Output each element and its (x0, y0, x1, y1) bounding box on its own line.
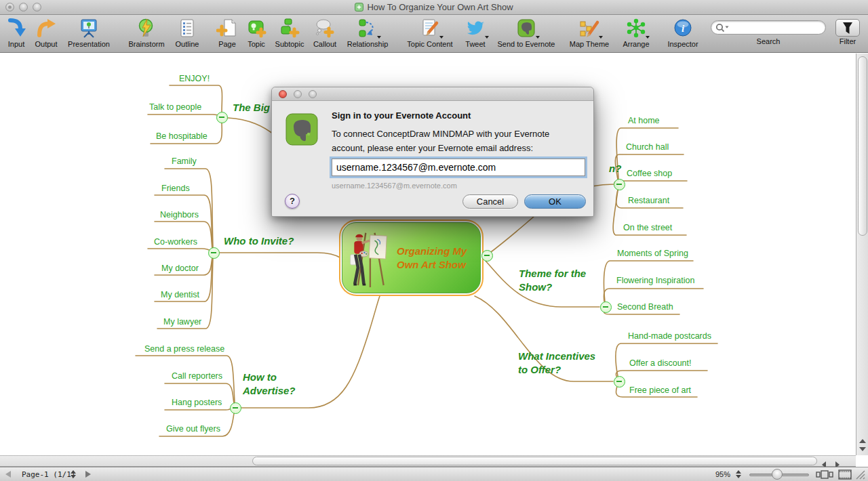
vertical-scrollbar[interactable] (856, 54, 868, 455)
topic-who-to-invite[interactable]: Who to Invite? (224, 234, 294, 248)
collapse-button[interactable] (614, 376, 625, 388)
toolbar-label: Subtopic (271, 40, 309, 48)
subtopic-label[interactable]: Moments of Spring (617, 249, 688, 258)
presentation-icon (78, 18, 100, 39)
subtopic-label[interactable]: Call reporters (172, 371, 222, 381)
map-theme-icon (578, 18, 600, 39)
scroll-up-arrow-icon[interactable] (859, 439, 866, 443)
collapse-button[interactable] (216, 112, 228, 123)
subtopic-label[interactable]: On the street (623, 223, 672, 232)
toolbar-send-to-evernote[interactable]: Send to Evernote (493, 18, 559, 51)
status-bar: Page-1 (1/1) 95% (0, 467, 868, 481)
search-input[interactable] (711, 20, 826, 35)
filmstrip-view-icon[interactable] (838, 469, 852, 480)
toolbar-page[interactable]: Page (212, 18, 242, 51)
dialog-body-line2: account, please enter your Evernote emai… (332, 141, 549, 155)
cancel-button[interactable]: Cancel (462, 194, 518, 209)
scroll-down-arrow-icon[interactable] (859, 447, 866, 451)
toolbar-output[interactable]: Output (31, 18, 61, 51)
previous-page-button[interactable] (5, 471, 11, 478)
subtopic-label[interactable]: Family (172, 156, 197, 166)
subtopic-label[interactable]: Second Breath (617, 302, 673, 312)
subtopic-label[interactable]: Friends (161, 184, 190, 193)
horizontal-scrollbar-thumb[interactable] (252, 457, 817, 465)
subtopic-label[interactable]: Coffee shop (627, 169, 672, 178)
email-input[interactable] (332, 159, 585, 176)
horizontal-scrollbar[interactable] (0, 455, 856, 467)
resize-grip[interactable] (854, 469, 865, 480)
subtopic-label[interactable]: Neighbors (160, 210, 199, 219)
topic-line2: to Offer? (518, 363, 595, 377)
vertical-scrollbar-thumb[interactable] (858, 56, 867, 236)
subtopic-label[interactable]: Offer a discount! (629, 358, 692, 368)
toolbar-input[interactable]: Input (1, 18, 31, 51)
toolbar-tweet[interactable]: Tweet (460, 18, 491, 51)
subtopic-label[interactable]: ENJOY! (179, 74, 210, 83)
subtopic-label[interactable]: Talk to people (149, 102, 201, 112)
subtopic-label[interactable]: Be hospitable (156, 131, 208, 141)
collapse-button[interactable] (600, 301, 612, 313)
toolbar-map-theme[interactable]: Map Theme (568, 18, 610, 51)
toolbar-arrange[interactable]: Arrange (617, 18, 655, 51)
subtopic-label[interactable]: Co-workers (154, 237, 197, 247)
central-topic[interactable]: Organizing My Own Art Show (339, 219, 484, 296)
page-icon (216, 18, 238, 39)
window-title: How To Organize Your Own Art Show (0, 2, 868, 12)
dialog-close-button[interactable] (279, 90, 287, 98)
filter-label: Filter (831, 37, 864, 45)
collapse-button[interactable] (208, 247, 220, 259)
help-button[interactable]: ? (285, 194, 300, 209)
subtopic-label[interactable]: My doctor (161, 264, 199, 273)
topic-what-incentives[interactable]: What Incentivesto Offer? (518, 350, 595, 377)
collapse-button[interactable] (481, 250, 493, 262)
toolbar-presentation[interactable]: Presentation (61, 18, 117, 51)
toolbar-topic-content[interactable]: Topic Content (403, 18, 457, 51)
collapse-button[interactable] (614, 179, 625, 190)
subtopic-label[interactable]: Hand-made postcards (628, 331, 711, 341)
zoom-stepper[interactable] (736, 470, 741, 478)
toolbar-brainstorm[interactable]: Brainstorm (122, 18, 171, 51)
topic-location-partial[interactable]: n? (609, 162, 621, 175)
dialog-title: Sign in to your Evernote Account (332, 110, 471, 121)
collapse-button[interactable] (230, 402, 241, 414)
next-page-button[interactable] (85, 471, 91, 478)
subtopic-label[interactable]: Give out flyers (166, 424, 220, 434)
subtopic-label[interactable]: At home (628, 116, 660, 125)
toolbar-relationship[interactable]: Relationship (342, 18, 393, 51)
output-icon (35, 18, 57, 39)
filter-button[interactable] (835, 19, 860, 37)
subtopic-label[interactable]: My dentist (161, 290, 199, 299)
toolbar-inspector[interactable]: i Inspector (663, 18, 703, 51)
subtopic-label[interactable]: Free piece of art (629, 385, 691, 395)
toolbar-topic[interactable]: Topic (242, 18, 271, 51)
toolbar-label: Output (31, 40, 61, 48)
dialog-zoom-button (309, 90, 317, 98)
main-toolbar: Input Output Presentation Brainstorm Out… (0, 15, 868, 53)
topic-theme-for-show[interactable]: Theme for theShow? (519, 267, 586, 294)
subtopic-label[interactable]: Church hall (626, 142, 669, 152)
zoom-level: 95% (715, 470, 730, 478)
toolbar-label: Callout (310, 40, 340, 48)
topic-line1: Theme for the (519, 267, 586, 280)
brainstorm-icon (136, 18, 157, 39)
ok-button[interactable]: OK (524, 194, 586, 209)
toolbar-outline[interactable]: Outline (171, 18, 203, 51)
topic-how-to-advertise[interactable]: How toAdvertise? (243, 371, 296, 398)
page-spread-view-icon[interactable] (816, 469, 833, 480)
topic-the-big[interactable]: The Big (233, 101, 270, 114)
toolbar-callout[interactable]: Callout (310, 18, 340, 51)
subtopic-label[interactable]: Flowering Inspiration (616, 276, 694, 285)
app-window: How To Organize Your Own Art Show Input … (0, 0, 868, 481)
subtopic-label[interactable]: Send a press release (144, 344, 224, 354)
subtopic-label[interactable]: Hang posters (172, 398, 222, 407)
page-stepper[interactable] (71, 470, 76, 478)
search-icon (715, 22, 730, 33)
zoom-slider-thumb[interactable] (772, 469, 783, 480)
toolbar-subtopic[interactable]: Subtopic (271, 18, 309, 51)
toolbar-label: Page (212, 40, 242, 48)
subtopic-label[interactable]: My lawyer (163, 317, 201, 327)
dialog-body-text: To connect ConceptDraw MINDMAP with your… (332, 127, 549, 155)
subtopic-label[interactable]: Restaurant (628, 196, 669, 205)
toolbar-label: Outline (171, 40, 203, 48)
subtopic-icon (279, 18, 300, 39)
